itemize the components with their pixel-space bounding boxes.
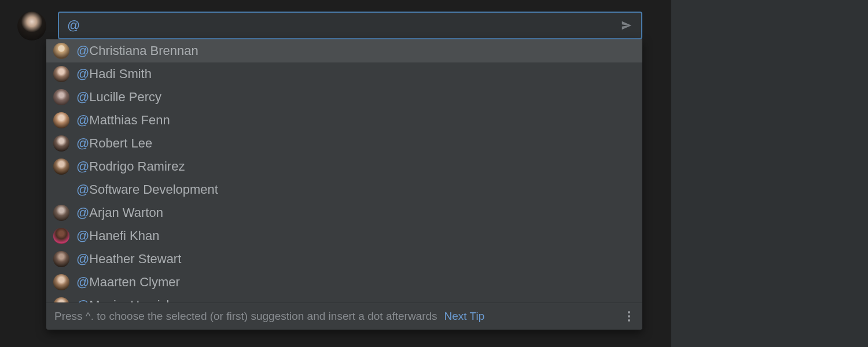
message-input[interactable]: [67, 18, 620, 33]
suggestion-name: Software Development: [89, 182, 218, 197]
main-panel: @Christiana Brennan@Hadi Smith@Lucille P…: [0, 0, 671, 347]
suggestion-name: Rodrigo Ramirez: [89, 159, 185, 174]
next-tip-link[interactable]: Next Tip: [444, 310, 485, 323]
suggestion-item[interactable]: @Heather Stewart: [46, 248, 642, 271]
suggestion-name: Matthias Fenn: [89, 113, 170, 128]
more-vertical-icon[interactable]: [624, 311, 634, 322]
suggestion-avatar: [53, 43, 69, 59]
suggestion-avatar: [53, 112, 69, 128]
footer-hint: Press ^. to choose the selected (or firs…: [54, 310, 437, 323]
suggestion-item[interactable]: @Software Development: [46, 178, 642, 201]
suggestion-avatar: [53, 297, 69, 302]
suggestion-list: @Christiana Brennan@Hadi Smith@Lucille P…: [46, 39, 642, 302]
at-symbol: @: [76, 228, 89, 243]
user-avatar: [17, 12, 46, 40]
at-symbol: @: [76, 136, 89, 151]
suggestion-name: Hadi Smith: [89, 67, 152, 82]
suggestion-avatar: [53, 135, 69, 152]
suggestion-name: Christiana Brennan: [89, 43, 198, 58]
suggestion-avatar: [53, 89, 69, 105]
suggestion-name: Arjan Warton: [89, 205, 163, 220]
suggestion-item[interactable]: @Maarten Clymer: [46, 271, 642, 294]
mention-dropdown: @Christiana Brennan@Hadi Smith@Lucille P…: [46, 39, 642, 330]
suggestion-avatar: [53, 182, 69, 198]
suggestion-item[interactable]: @Christiana Brennan: [46, 39, 642, 62]
at-symbol: @: [76, 67, 89, 82]
compose-row: [17, 12, 642, 40]
at-symbol: @: [76, 298, 89, 302]
suggestion-avatar: [53, 251, 69, 267]
suggestion-item[interactable]: @Maxim Harvick: [46, 294, 642, 302]
suggestion-avatar: [53, 158, 69, 175]
at-symbol: @: [76, 252, 89, 267]
suggestion-item[interactable]: @Lucille Percy: [46, 86, 642, 109]
suggestion-item[interactable]: @Hanefi Khan: [46, 224, 642, 248]
suggestion-name: Lucille Percy: [89, 90, 161, 105]
at-symbol: @: [76, 90, 89, 105]
at-symbol: @: [76, 205, 89, 220]
suggestion-name: Robert Lee: [89, 136, 152, 151]
suggestion-item[interactable]: @Arjan Warton: [46, 201, 642, 224]
dropdown-footer: Press ^. to choose the selected (or firs…: [46, 302, 642, 330]
at-symbol: @: [76, 182, 89, 197]
suggestion-name: Maxim Harvick: [89, 298, 172, 302]
at-symbol: @: [76, 43, 89, 58]
suggestion-item[interactable]: @Hadi Smith: [46, 62, 642, 86]
at-symbol: @: [76, 275, 89, 290]
suggestion-item[interactable]: @Robert Lee: [46, 132, 642, 155]
suggestion-item[interactable]: @Matthias Fenn: [46, 109, 642, 132]
suggestion-avatar: [53, 274, 69, 290]
suggestion-avatar: [53, 228, 69, 244]
suggestion-item[interactable]: @Rodrigo Ramirez: [46, 155, 642, 178]
at-symbol: @: [76, 113, 89, 128]
message-input-wrap[interactable]: [58, 12, 642, 39]
at-symbol: @: [76, 159, 89, 174]
suggestion-avatar: [53, 66, 69, 82]
side-panel: [671, 0, 868, 347]
suggestion-name: Maarten Clymer: [89, 275, 179, 290]
suggestion-name: Hanefi Khan: [89, 228, 159, 243]
send-icon[interactable]: [620, 19, 633, 32]
suggestion-name: Heather Stewart: [89, 252, 181, 267]
suggestion-avatar: [53, 205, 69, 221]
